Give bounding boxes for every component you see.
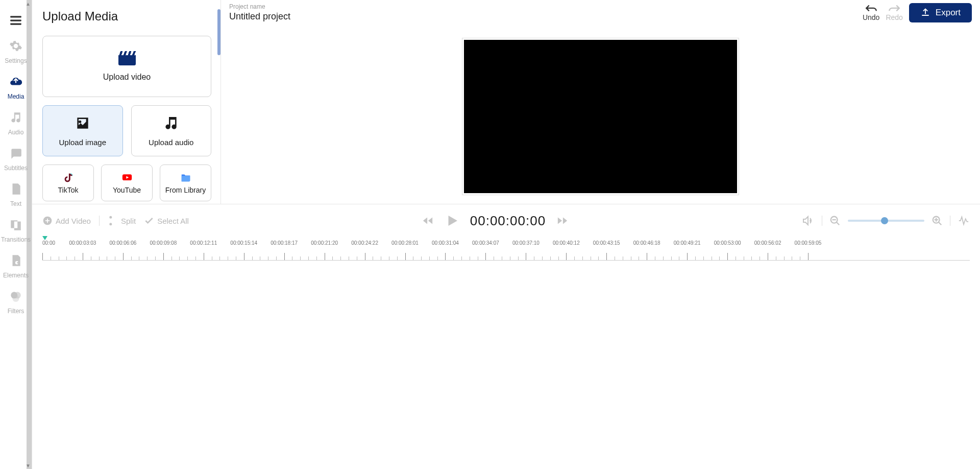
filters-icon (9, 290, 22, 304)
source-tiktok[interactable]: TikTok (42, 165, 94, 201)
split-label: Split (121, 217, 136, 225)
ruler-label: 00:00:56:02 (754, 240, 781, 246)
sidebar-label: Elements (3, 272, 29, 279)
sidebar-label: Audio (8, 129, 24, 136)
ruler-label: 00:00:24:22 (351, 240, 378, 246)
sidebar-item-elements[interactable]: Elements (0, 248, 32, 284)
sidebar-item-filters[interactable]: Filters (0, 284, 32, 320)
upload-audio-card[interactable]: Upload audio (131, 105, 212, 156)
upload-video-card[interactable]: Upload video (42, 36, 211, 97)
audio-icon (163, 115, 179, 133)
sidebar-label: Media (8, 93, 24, 100)
hamburger-icon (9, 14, 22, 29)
zoom-in-button[interactable] (932, 215, 943, 226)
project-name-label: Project name (229, 3, 290, 10)
upload-icon (920, 8, 930, 18)
source-youtube[interactable]: YouTube (101, 165, 153, 201)
ruler-label: 00:00:06:06 (109, 240, 136, 246)
sidebar-item-media[interactable]: Media (0, 69, 32, 105)
upload-image-card[interactable]: Upload image (42, 105, 123, 156)
image-icon (75, 115, 91, 133)
sidebar-label: Settings (5, 57, 27, 64)
text-icon (9, 182, 22, 197)
sidebar-label: Subtitles (4, 165, 28, 172)
timeline-area: Add Video Split Select All 00:00:0 (32, 204, 980, 469)
ruler-label: 00:00:43:15 (593, 240, 620, 246)
gear-icon (9, 39, 22, 54)
sidebar: ▲ ▼ Settings Media Audio (0, 0, 32, 469)
add-video-label: Add Video (56, 217, 91, 225)
ruler-label: 00:00:31:04 (432, 240, 459, 246)
ruler-label: 00:00:59:05 (795, 240, 822, 246)
elements-icon (9, 254, 22, 269)
subtitles-icon (9, 147, 22, 161)
plus-circle-icon (42, 216, 53, 226)
timeline-ruler[interactable]: 00:0000:00:03:0300:00:06:0600:00:09:0800… (42, 240, 970, 266)
sidebar-label: Transitions (1, 236, 31, 243)
media-panel: Upload Media Upload video Upload image (32, 0, 221, 204)
zoom-slider[interactable] (848, 220, 924, 222)
undo-button[interactable]: Undo (863, 4, 879, 21)
source-label: YouTube (113, 186, 141, 194)
add-video-button[interactable]: Add Video (42, 216, 91, 226)
menu-button[interactable] (0, 8, 32, 34)
preview-area: Project name Untitled project Undo Redo (221, 0, 980, 204)
svg-rect-1 (10, 19, 21, 21)
split-button[interactable]: Split (108, 216, 136, 226)
ruler-label: 00:00:03:03 (69, 240, 96, 246)
ruler-label: 00:00:28:01 (391, 240, 419, 246)
clapper-icon (118, 51, 136, 65)
folder-icon (180, 172, 192, 184)
transitions-icon (9, 218, 22, 233)
timecode: 00:00:00:00 (470, 213, 546, 229)
ruler-label: 00:00:21:20 (311, 240, 338, 246)
music-icon (9, 111, 22, 126)
ruler-label: 00:00 (42, 240, 55, 246)
ruler-label: 00:00:40:12 (553, 240, 580, 246)
ruler-label: 00:00:15:14 (230, 240, 257, 246)
tiktok-icon (62, 172, 75, 184)
waveform-icon[interactable] (958, 215, 970, 226)
sidebar-item-settings[interactable]: Settings (0, 34, 32, 69)
ruler-label: 00:00:12:11 (190, 240, 217, 246)
panel-title: Upload Media (42, 9, 211, 24)
svg-point-5 (13, 295, 19, 301)
upload-video-label: Upload video (103, 73, 151, 82)
ruler-label: 00:00:37:10 (512, 240, 540, 246)
ruler-label: 00:00:09:08 (150, 240, 177, 246)
ruler-label: 00:00:34:07 (472, 240, 499, 246)
scroll-up-caret[interactable]: ▲ (26, 1, 31, 6)
source-label: TikTok (58, 186, 79, 194)
next-button[interactable] (556, 215, 569, 226)
svg-rect-0 (10, 16, 21, 17)
source-label: From Library (165, 186, 206, 194)
source-library[interactable]: From Library (160, 165, 211, 201)
svg-rect-2 (10, 23, 21, 25)
ruler-label: 00:00:18:17 (271, 240, 298, 246)
volume-button[interactable] (801, 215, 815, 227)
sidebar-label: Filters (8, 308, 24, 315)
undo-label: Undo (863, 13, 879, 21)
redo-button[interactable]: Redo (886, 4, 902, 21)
panel-scrollbar[interactable] (217, 9, 220, 55)
play-button[interactable] (445, 213, 460, 228)
sidebar-item-text[interactable]: Text (0, 177, 32, 213)
select-all-button[interactable]: Select All (144, 216, 189, 226)
cloud-upload-icon (9, 75, 22, 90)
redo-label: Redo (886, 13, 902, 21)
sidebar-item-transitions[interactable]: Transitions (0, 213, 32, 248)
sidebar-item-audio[interactable]: Audio (0, 105, 32, 141)
ruler-label: 00:00:46:18 (633, 240, 660, 246)
upload-audio-label: Upload audio (149, 138, 193, 147)
select-all-label: Select All (157, 217, 189, 225)
project-name[interactable]: Untitled project (229, 11, 290, 22)
export-button[interactable]: Export (909, 3, 972, 22)
prev-button[interactable] (421, 215, 434, 226)
scroll-down-caret[interactable]: ▼ (26, 463, 31, 468)
zoom-out-button[interactable] (829, 215, 841, 226)
sidebar-item-subtitles[interactable]: Subtitles (0, 141, 32, 177)
check-icon (144, 216, 154, 226)
preview-canvas[interactable] (464, 40, 737, 193)
zoom-thumb[interactable] (881, 217, 888, 224)
scissors-icon (108, 216, 118, 226)
